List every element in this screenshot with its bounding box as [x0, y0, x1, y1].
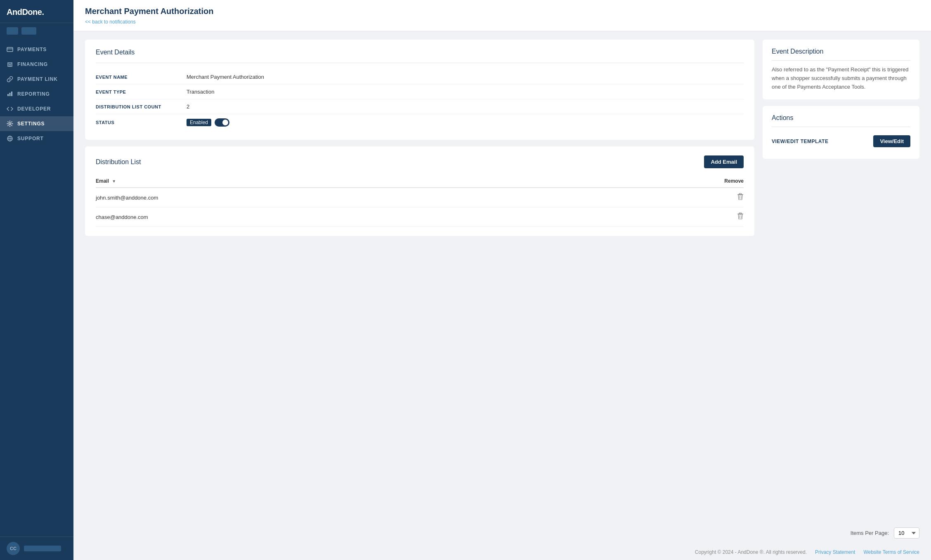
main-content: Merchant Payment Authorization << back t… [73, 0, 931, 560]
remove-cell-1 [591, 188, 744, 207]
user-initials-badge: CC [7, 542, 20, 555]
table-row: john.smith@anddone.com [96, 188, 744, 207]
back-to-notifications-link[interactable]: << back to notifications [85, 19, 136, 25]
items-per-page-label: Items Per Page: [851, 530, 889, 536]
chart-icon [7, 91, 13, 97]
pagination-row: Items Per Page: 10 25 50 100 [73, 522, 931, 544]
right-column: Event Description Also referred to as th… [763, 40, 919, 513]
actions-title: Actions [772, 114, 910, 127]
email-column-header: Email ▼ [96, 175, 591, 188]
items-per-page-select[interactable]: 10 25 50 100 [894, 527, 919, 539]
svg-point-8 [9, 123, 11, 125]
credit-card-icon [7, 46, 13, 53]
view-edit-template-label: View/Edit Template [772, 139, 828, 144]
user-name-placeholder [24, 546, 61, 551]
distribution-list-header: Distribution List Add Email [96, 155, 744, 168]
page-title: Merchant Payment Authorization [85, 7, 919, 16]
page-header: Merchant Payment Authorization << back t… [73, 0, 931, 31]
avatar-placeholder2 [21, 27, 36, 35]
distribution-list-card: Distribution List Add Email Email ▼ Remo… [85, 146, 754, 236]
table-body: john.smith@anddone.com [96, 188, 744, 227]
sidebar-item-developer-label: Developer [17, 106, 51, 112]
code-icon [7, 106, 13, 112]
logo: AndDone. [7, 7, 67, 17]
sidebar-avatar-row [0, 23, 73, 39]
event-name-value: Merchant Payment Authorization [187, 74, 744, 80]
add-email-button[interactable]: Add Email [704, 155, 744, 168]
table-row: chase@anddone.com [96, 207, 744, 227]
table-header: Email ▼ Remove [96, 175, 744, 188]
actions-row: View/Edit Template View/Edit [772, 132, 910, 151]
svg-rect-17 [737, 214, 743, 214]
email-cell-1: john.smith@anddone.com [96, 188, 591, 207]
sidebar-item-payments[interactable]: Payments [0, 42, 73, 57]
event-description-title: Event Description [772, 48, 910, 61]
left-column: Event Details Event Name Merchant Paymen… [85, 40, 754, 513]
status-value: Enabled [187, 118, 744, 127]
event-type-value: Transaction [187, 89, 744, 95]
distribution-list-table: Email ▼ Remove john.smith@anddone.com [96, 175, 744, 227]
svg-rect-16 [739, 213, 742, 214]
sidebar-item-settings[interactable]: Settings [0, 116, 73, 131]
svg-rect-5 [7, 94, 9, 96]
sidebar-item-support-label: Support [17, 136, 44, 141]
sidebar-item-payment-link[interactable]: Payment Link [0, 72, 73, 87]
sidebar-item-settings-label: Settings [17, 121, 45, 127]
status-row: Status Enabled [96, 114, 744, 131]
remove-cell-2 [591, 207, 744, 227]
email-cell-2: chase@anddone.com [96, 207, 591, 227]
sidebar-item-reporting[interactable]: Reporting [0, 87, 73, 101]
event-type-label: Event Type [96, 89, 187, 94]
sidebar-item-support[interactable]: Support [0, 131, 73, 146]
terms-of-service-link[interactable]: Website Terms of Service [863, 549, 919, 555]
event-name-label: Event Name [96, 75, 187, 80]
page-footer: Copyright © 2024 - AndDone ®. All rights… [73, 544, 931, 560]
event-description-card: Event Description Also referred to as th… [763, 40, 919, 99]
sidebar-item-payment-link-label: Payment Link [17, 76, 58, 82]
event-name-row: Event Name Merchant Payment Authorizatio… [96, 70, 744, 85]
event-details-title: Event Details [96, 49, 744, 56]
building-icon [7, 61, 13, 68]
avatar-placeholder [7, 27, 18, 35]
sidebar: AndDone. Payments Financi [0, 0, 73, 560]
svg-rect-0 [7, 47, 13, 52]
event-type-row: Event Type Transaction [96, 85, 744, 99]
sidebar-item-financing[interactable]: Financing [0, 57, 73, 72]
privacy-statement-link[interactable]: Privacy Statement [815, 549, 855, 555]
copyright-text: Copyright © 2024 - AndDone ®. All rights… [695, 549, 807, 555]
svg-rect-7 [11, 92, 12, 96]
sort-arrow-icon: ▼ [112, 179, 116, 184]
link-icon [7, 76, 13, 82]
status-label: Status [96, 120, 187, 125]
svg-rect-12 [739, 193, 742, 194]
sidebar-item-reporting-label: Reporting [17, 91, 50, 97]
status-toggle[interactable] [215, 118, 229, 127]
event-details-grid: Event Name Merchant Payment Authorizatio… [96, 70, 744, 131]
toggle-wrap: Enabled [187, 118, 744, 127]
globe-icon [7, 135, 13, 142]
actions-card: Actions View/Edit Template View/Edit [763, 106, 919, 159]
event-description-text: Also referred to as the "Payment Receipt… [772, 66, 910, 91]
logo-area: AndDone. [0, 0, 73, 23]
svg-rect-6 [9, 93, 11, 96]
remove-column-header: Remove [591, 175, 744, 188]
sidebar-item-payments-label: Payments [17, 47, 47, 52]
divider [96, 63, 744, 63]
distribution-list-title: Distribution List [96, 158, 141, 166]
sidebar-nav: Payments Financing Payment Link [0, 39, 73, 536]
event-details-card: Event Details Event Name Merchant Paymen… [85, 40, 754, 140]
distribution-list-count-label: Distribution List Count [96, 104, 187, 109]
distribution-list-count-value: 2 [187, 104, 744, 110]
svg-rect-13 [737, 194, 743, 195]
gear-icon [7, 120, 13, 127]
content-area: Event Details Event Name Merchant Paymen… [73, 31, 931, 522]
delete-row-2-icon[interactable] [737, 214, 744, 221]
delete-row-1-icon[interactable] [737, 195, 744, 202]
distribution-list-count-row: Distribution List Count 2 [96, 99, 744, 114]
sidebar-item-financing-label: Financing [17, 61, 48, 67]
sidebar-item-developer[interactable]: Developer [0, 101, 73, 116]
sidebar-footer: CC [0, 536, 73, 560]
enabled-label: Enabled [187, 119, 211, 126]
view-edit-button[interactable]: View/Edit [873, 135, 910, 147]
